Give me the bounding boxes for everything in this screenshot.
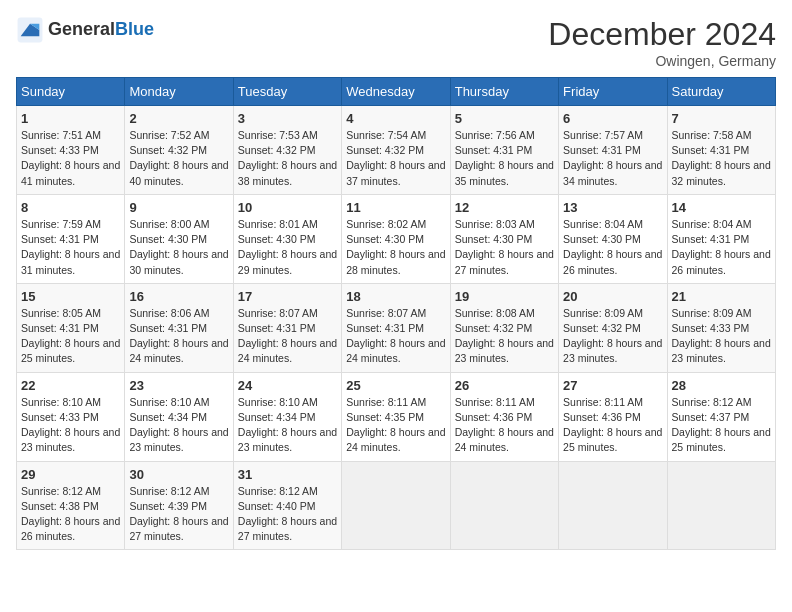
calendar-cell: 1 Sunrise: 7:51 AM Sunset: 4:33 PM Dayli…	[17, 106, 125, 195]
day-number: 13	[563, 200, 662, 215]
day-number: 31	[238, 467, 337, 482]
calendar-cell: 3 Sunrise: 7:53 AM Sunset: 4:32 PM Dayli…	[233, 106, 341, 195]
calendar-header-row: SundayMondayTuesdayWednesdayThursdayFrid…	[17, 78, 776, 106]
day-info: Sunrise: 8:12 AM Sunset: 4:39 PM Dayligh…	[129, 484, 228, 545]
day-number: 6	[563, 111, 662, 126]
day-info: Sunrise: 7:54 AM Sunset: 4:32 PM Dayligh…	[346, 128, 445, 189]
calendar-week-2: 8 Sunrise: 7:59 AM Sunset: 4:31 PM Dayli…	[17, 194, 776, 283]
day-info: Sunrise: 8:06 AM Sunset: 4:31 PM Dayligh…	[129, 306, 228, 367]
weekday-header-monday: Monday	[125, 78, 233, 106]
day-number: 20	[563, 289, 662, 304]
calendar-cell: 9 Sunrise: 8:00 AM Sunset: 4:30 PM Dayli…	[125, 194, 233, 283]
day-info: Sunrise: 8:11 AM Sunset: 4:36 PM Dayligh…	[455, 395, 554, 456]
day-info: Sunrise: 8:02 AM Sunset: 4:30 PM Dayligh…	[346, 217, 445, 278]
day-info: Sunrise: 8:12 AM Sunset: 4:40 PM Dayligh…	[238, 484, 337, 545]
day-number: 29	[21, 467, 120, 482]
day-info: Sunrise: 8:11 AM Sunset: 4:35 PM Dayligh…	[346, 395, 445, 456]
day-info: Sunrise: 7:52 AM Sunset: 4:32 PM Dayligh…	[129, 128, 228, 189]
calendar-table: SundayMondayTuesdayWednesdayThursdayFrid…	[16, 77, 776, 550]
calendar-cell: 14 Sunrise: 8:04 AM Sunset: 4:31 PM Dayl…	[667, 194, 775, 283]
day-number: 21	[672, 289, 771, 304]
day-info: Sunrise: 8:12 AM Sunset: 4:38 PM Dayligh…	[21, 484, 120, 545]
day-number: 24	[238, 378, 337, 393]
weekday-header-tuesday: Tuesday	[233, 78, 341, 106]
calendar-cell: 16 Sunrise: 8:06 AM Sunset: 4:31 PM Dayl…	[125, 283, 233, 372]
logo-text: GeneralBlue	[48, 20, 154, 40]
day-number: 11	[346, 200, 445, 215]
calendar-cell: 29 Sunrise: 8:12 AM Sunset: 4:38 PM Dayl…	[17, 461, 125, 550]
day-number: 30	[129, 467, 228, 482]
calendar-cell: 22 Sunrise: 8:10 AM Sunset: 4:33 PM Dayl…	[17, 372, 125, 461]
calendar-cell: 12 Sunrise: 8:03 AM Sunset: 4:30 PM Dayl…	[450, 194, 558, 283]
calendar-cell: 25 Sunrise: 8:11 AM Sunset: 4:35 PM Dayl…	[342, 372, 450, 461]
calendar-cell: 30 Sunrise: 8:12 AM Sunset: 4:39 PM Dayl…	[125, 461, 233, 550]
calendar-cell: 4 Sunrise: 7:54 AM Sunset: 4:32 PM Dayli…	[342, 106, 450, 195]
day-info: Sunrise: 8:09 AM Sunset: 4:33 PM Dayligh…	[672, 306, 771, 367]
day-info: Sunrise: 8:10 AM Sunset: 4:34 PM Dayligh…	[129, 395, 228, 456]
day-number: 14	[672, 200, 771, 215]
day-number: 15	[21, 289, 120, 304]
day-number: 5	[455, 111, 554, 126]
calendar-cell: 21 Sunrise: 8:09 AM Sunset: 4:33 PM Dayl…	[667, 283, 775, 372]
day-number: 25	[346, 378, 445, 393]
day-info: Sunrise: 8:07 AM Sunset: 4:31 PM Dayligh…	[346, 306, 445, 367]
calendar-cell: 17 Sunrise: 8:07 AM Sunset: 4:31 PM Dayl…	[233, 283, 341, 372]
day-number: 3	[238, 111, 337, 126]
calendar-cell: 23 Sunrise: 8:10 AM Sunset: 4:34 PM Dayl…	[125, 372, 233, 461]
day-info: Sunrise: 8:04 AM Sunset: 4:30 PM Dayligh…	[563, 217, 662, 278]
day-number: 10	[238, 200, 337, 215]
weekday-header-thursday: Thursday	[450, 78, 558, 106]
day-number: 26	[455, 378, 554, 393]
day-number: 2	[129, 111, 228, 126]
day-number: 19	[455, 289, 554, 304]
calendar-cell: 5 Sunrise: 7:56 AM Sunset: 4:31 PM Dayli…	[450, 106, 558, 195]
month-title: December 2024	[548, 16, 776, 53]
calendar-cell: 20 Sunrise: 8:09 AM Sunset: 4:32 PM Dayl…	[559, 283, 667, 372]
calendar-cell	[667, 461, 775, 550]
calendar-cell: 28 Sunrise: 8:12 AM Sunset: 4:37 PM Dayl…	[667, 372, 775, 461]
day-info: Sunrise: 8:12 AM Sunset: 4:37 PM Dayligh…	[672, 395, 771, 456]
logo: GeneralBlue	[16, 16, 154, 44]
calendar-week-4: 22 Sunrise: 8:10 AM Sunset: 4:33 PM Dayl…	[17, 372, 776, 461]
weekday-header-sunday: Sunday	[17, 78, 125, 106]
day-info: Sunrise: 8:04 AM Sunset: 4:31 PM Dayligh…	[672, 217, 771, 278]
day-info: Sunrise: 7:53 AM Sunset: 4:32 PM Dayligh…	[238, 128, 337, 189]
logo-icon	[16, 16, 44, 44]
calendar-week-1: 1 Sunrise: 7:51 AM Sunset: 4:33 PM Dayli…	[17, 106, 776, 195]
calendar-week-5: 29 Sunrise: 8:12 AM Sunset: 4:38 PM Dayl…	[17, 461, 776, 550]
day-info: Sunrise: 8:10 AM Sunset: 4:34 PM Dayligh…	[238, 395, 337, 456]
calendar-cell: 18 Sunrise: 8:07 AM Sunset: 4:31 PM Dayl…	[342, 283, 450, 372]
day-info: Sunrise: 8:10 AM Sunset: 4:33 PM Dayligh…	[21, 395, 120, 456]
calendar-cell: 15 Sunrise: 8:05 AM Sunset: 4:31 PM Dayl…	[17, 283, 125, 372]
calendar-cell: 24 Sunrise: 8:10 AM Sunset: 4:34 PM Dayl…	[233, 372, 341, 461]
day-info: Sunrise: 7:58 AM Sunset: 4:31 PM Dayligh…	[672, 128, 771, 189]
day-info: Sunrise: 8:05 AM Sunset: 4:31 PM Dayligh…	[21, 306, 120, 367]
calendar-cell: 2 Sunrise: 7:52 AM Sunset: 4:32 PM Dayli…	[125, 106, 233, 195]
calendar-cell: 10 Sunrise: 8:01 AM Sunset: 4:30 PM Dayl…	[233, 194, 341, 283]
day-info: Sunrise: 8:00 AM Sunset: 4:30 PM Dayligh…	[129, 217, 228, 278]
day-info: Sunrise: 8:09 AM Sunset: 4:32 PM Dayligh…	[563, 306, 662, 367]
day-info: Sunrise: 8:07 AM Sunset: 4:31 PM Dayligh…	[238, 306, 337, 367]
calendar-cell: 11 Sunrise: 8:02 AM Sunset: 4:30 PM Dayl…	[342, 194, 450, 283]
day-number: 16	[129, 289, 228, 304]
weekday-header-saturday: Saturday	[667, 78, 775, 106]
calendar-cell: 31 Sunrise: 8:12 AM Sunset: 4:40 PM Dayl…	[233, 461, 341, 550]
title-area: December 2024 Owingen, Germany	[548, 16, 776, 69]
day-info: Sunrise: 7:51 AM Sunset: 4:33 PM Dayligh…	[21, 128, 120, 189]
day-number: 23	[129, 378, 228, 393]
calendar-week-3: 15 Sunrise: 8:05 AM Sunset: 4:31 PM Dayl…	[17, 283, 776, 372]
day-info: Sunrise: 7:56 AM Sunset: 4:31 PM Dayligh…	[455, 128, 554, 189]
calendar-cell: 26 Sunrise: 8:11 AM Sunset: 4:36 PM Dayl…	[450, 372, 558, 461]
day-number: 9	[129, 200, 228, 215]
calendar-cell	[559, 461, 667, 550]
day-info: Sunrise: 7:59 AM Sunset: 4:31 PM Dayligh…	[21, 217, 120, 278]
day-info: Sunrise: 8:01 AM Sunset: 4:30 PM Dayligh…	[238, 217, 337, 278]
day-number: 28	[672, 378, 771, 393]
calendar-cell: 8 Sunrise: 7:59 AM Sunset: 4:31 PM Dayli…	[17, 194, 125, 283]
day-info: Sunrise: 8:11 AM Sunset: 4:36 PM Dayligh…	[563, 395, 662, 456]
day-number: 27	[563, 378, 662, 393]
day-info: Sunrise: 8:08 AM Sunset: 4:32 PM Dayligh…	[455, 306, 554, 367]
day-number: 22	[21, 378, 120, 393]
calendar-cell	[342, 461, 450, 550]
day-number: 18	[346, 289, 445, 304]
